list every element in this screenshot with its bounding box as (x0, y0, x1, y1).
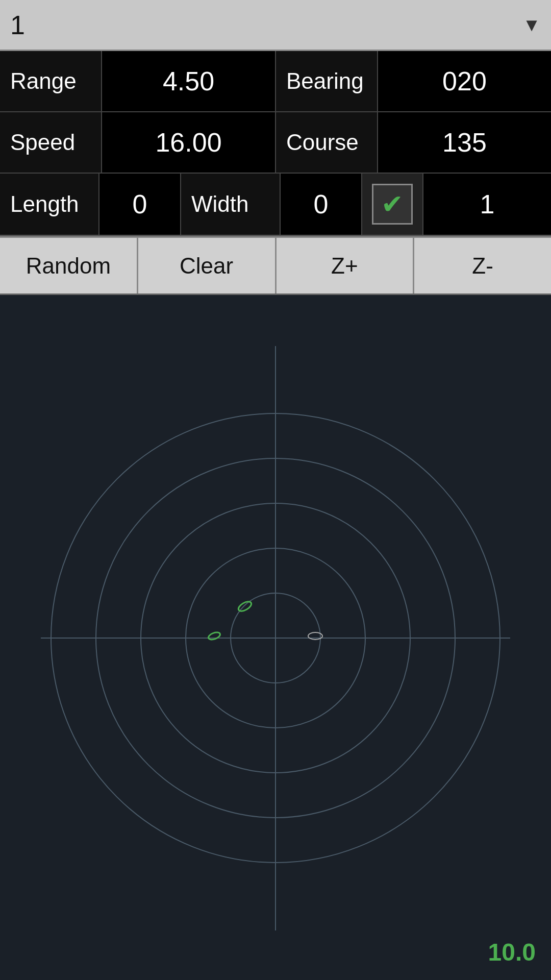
range-label: Range (0, 51, 102, 111)
width-label: Width (181, 174, 281, 235)
dropdown-value: 1 (10, 10, 522, 40)
length-label: Length (0, 174, 99, 235)
chevron-down-icon: ▼ (522, 14, 541, 36)
bearing-value[interactable]: 020 (378, 51, 551, 111)
speed-label: Speed (0, 112, 102, 173)
speed-course-row: Speed 16.00 Course 135 (0, 112, 551, 174)
range-bearing-row: Range 4.50 Bearing 020 (0, 51, 551, 112)
target-dropdown[interactable]: 1 ▼ (0, 0, 551, 51)
checkbox-cell[interactable]: ✔ (362, 174, 423, 235)
course-value[interactable]: 135 (378, 112, 551, 173)
scale-label: 10.0 (488, 938, 536, 966)
bearing-label: Bearing (276, 51, 378, 111)
zplus-button[interactable]: Z+ (277, 238, 415, 293)
zminus-button[interactable]: Z- (414, 238, 551, 293)
width-value[interactable]: 0 (281, 174, 362, 235)
z-count-value: 1 (423, 174, 551, 235)
action-buttons: Random Clear Z+ Z- (0, 236, 551, 295)
clear-button[interactable]: Clear (138, 238, 277, 293)
length-value[interactable]: 0 (99, 174, 181, 235)
radar-display: 10.0 (0, 295, 551, 980)
range-value[interactable]: 4.50 (102, 51, 276, 111)
length-width-row: Length 0 Width 0 ✔ 1 (0, 174, 551, 235)
random-button[interactable]: Random (0, 238, 138, 293)
radar-svg (0, 295, 551, 980)
checkbox-icon[interactable]: ✔ (372, 184, 413, 225)
data-grid: Range 4.50 Bearing 020 Speed 16.00 Cours… (0, 51, 551, 236)
speed-value[interactable]: 16.00 (102, 112, 276, 173)
course-label: Course (276, 112, 378, 173)
